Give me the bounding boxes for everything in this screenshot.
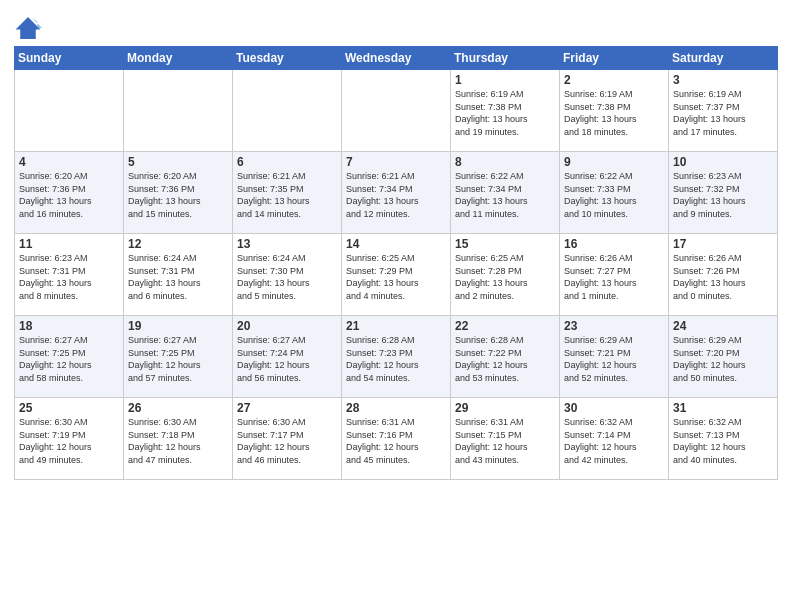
day-number: 11 <box>19 237 119 251</box>
calendar-header-row: SundayMondayTuesdayWednesdayThursdayFrid… <box>15 47 778 70</box>
day-info: Sunrise: 6:25 AM Sunset: 7:28 PM Dayligh… <box>455 252 555 302</box>
day-number: 1 <box>455 73 555 87</box>
header <box>14 10 778 42</box>
day-number: 5 <box>128 155 228 169</box>
day-info: Sunrise: 6:22 AM Sunset: 7:33 PM Dayligh… <box>564 170 664 220</box>
day-info: Sunrise: 6:21 AM Sunset: 7:34 PM Dayligh… <box>346 170 446 220</box>
calendar-cell: 2Sunrise: 6:19 AM Sunset: 7:38 PM Daylig… <box>560 70 669 152</box>
day-info: Sunrise: 6:24 AM Sunset: 7:30 PM Dayligh… <box>237 252 337 302</box>
day-number: 8 <box>455 155 555 169</box>
calendar-cell: 11Sunrise: 6:23 AM Sunset: 7:31 PM Dayli… <box>15 234 124 316</box>
calendar-week-row: 1Sunrise: 6:19 AM Sunset: 7:38 PM Daylig… <box>15 70 778 152</box>
calendar-cell: 5Sunrise: 6:20 AM Sunset: 7:36 PM Daylig… <box>124 152 233 234</box>
day-number: 15 <box>455 237 555 251</box>
day-info: Sunrise: 6:27 AM Sunset: 7:25 PM Dayligh… <box>19 334 119 384</box>
day-info: Sunrise: 6:23 AM Sunset: 7:32 PM Dayligh… <box>673 170 773 220</box>
day-info: Sunrise: 6:28 AM Sunset: 7:23 PM Dayligh… <box>346 334 446 384</box>
day-number: 2 <box>564 73 664 87</box>
calendar-cell: 31Sunrise: 6:32 AM Sunset: 7:13 PM Dayli… <box>669 398 778 480</box>
calendar-cell: 22Sunrise: 6:28 AM Sunset: 7:22 PM Dayli… <box>451 316 560 398</box>
day-info: Sunrise: 6:27 AM Sunset: 7:24 PM Dayligh… <box>237 334 337 384</box>
day-number: 26 <box>128 401 228 415</box>
calendar-cell: 27Sunrise: 6:30 AM Sunset: 7:17 PM Dayli… <box>233 398 342 480</box>
calendar-cell: 23Sunrise: 6:29 AM Sunset: 7:21 PM Dayli… <box>560 316 669 398</box>
weekday-header: Wednesday <box>342 47 451 70</box>
day-number: 21 <box>346 319 446 333</box>
day-number: 12 <box>128 237 228 251</box>
calendar-cell: 15Sunrise: 6:25 AM Sunset: 7:28 PM Dayli… <box>451 234 560 316</box>
calendar-cell: 25Sunrise: 6:30 AM Sunset: 7:19 PM Dayli… <box>15 398 124 480</box>
day-number: 16 <box>564 237 664 251</box>
day-number: 10 <box>673 155 773 169</box>
day-number: 24 <box>673 319 773 333</box>
calendar-cell: 13Sunrise: 6:24 AM Sunset: 7:30 PM Dayli… <box>233 234 342 316</box>
calendar-cell <box>124 70 233 152</box>
day-info: Sunrise: 6:29 AM Sunset: 7:20 PM Dayligh… <box>673 334 773 384</box>
calendar-cell: 4Sunrise: 6:20 AM Sunset: 7:36 PM Daylig… <box>15 152 124 234</box>
day-info: Sunrise: 6:20 AM Sunset: 7:36 PM Dayligh… <box>19 170 119 220</box>
weekday-header: Thursday <box>451 47 560 70</box>
day-info: Sunrise: 6:32 AM Sunset: 7:13 PM Dayligh… <box>673 416 773 466</box>
day-info: Sunrise: 6:19 AM Sunset: 7:38 PM Dayligh… <box>564 88 664 138</box>
weekday-header: Friday <box>560 47 669 70</box>
day-info: Sunrise: 6:22 AM Sunset: 7:34 PM Dayligh… <box>455 170 555 220</box>
calendar-cell: 9Sunrise: 6:22 AM Sunset: 7:33 PM Daylig… <box>560 152 669 234</box>
weekday-header: Monday <box>124 47 233 70</box>
day-info: Sunrise: 6:19 AM Sunset: 7:38 PM Dayligh… <box>455 88 555 138</box>
calendar-week-row: 4Sunrise: 6:20 AM Sunset: 7:36 PM Daylig… <box>15 152 778 234</box>
day-info: Sunrise: 6:27 AM Sunset: 7:25 PM Dayligh… <box>128 334 228 384</box>
calendar-cell: 3Sunrise: 6:19 AM Sunset: 7:37 PM Daylig… <box>669 70 778 152</box>
day-number: 25 <box>19 401 119 415</box>
weekday-header: Sunday <box>15 47 124 70</box>
calendar-cell <box>233 70 342 152</box>
calendar-table: SundayMondayTuesdayWednesdayThursdayFrid… <box>14 46 778 480</box>
day-info: Sunrise: 6:20 AM Sunset: 7:36 PM Dayligh… <box>128 170 228 220</box>
weekday-header: Saturday <box>669 47 778 70</box>
calendar-cell: 19Sunrise: 6:27 AM Sunset: 7:25 PM Dayli… <box>124 316 233 398</box>
day-info: Sunrise: 6:19 AM Sunset: 7:37 PM Dayligh… <box>673 88 773 138</box>
day-number: 7 <box>346 155 446 169</box>
day-number: 19 <box>128 319 228 333</box>
page: SundayMondayTuesdayWednesdayThursdayFrid… <box>0 0 792 612</box>
day-number: 22 <box>455 319 555 333</box>
day-number: 13 <box>237 237 337 251</box>
calendar-cell: 14Sunrise: 6:25 AM Sunset: 7:29 PM Dayli… <box>342 234 451 316</box>
day-number: 31 <box>673 401 773 415</box>
calendar-cell: 7Sunrise: 6:21 AM Sunset: 7:34 PM Daylig… <box>342 152 451 234</box>
calendar-cell: 6Sunrise: 6:21 AM Sunset: 7:35 PM Daylig… <box>233 152 342 234</box>
day-info: Sunrise: 6:30 AM Sunset: 7:19 PM Dayligh… <box>19 416 119 466</box>
calendar-cell: 17Sunrise: 6:26 AM Sunset: 7:26 PM Dayli… <box>669 234 778 316</box>
calendar-cell: 20Sunrise: 6:27 AM Sunset: 7:24 PM Dayli… <box>233 316 342 398</box>
calendar-cell <box>342 70 451 152</box>
day-number: 28 <box>346 401 446 415</box>
day-info: Sunrise: 6:30 AM Sunset: 7:18 PM Dayligh… <box>128 416 228 466</box>
day-info: Sunrise: 6:28 AM Sunset: 7:22 PM Dayligh… <box>455 334 555 384</box>
day-number: 20 <box>237 319 337 333</box>
day-number: 3 <box>673 73 773 87</box>
day-info: Sunrise: 6:31 AM Sunset: 7:15 PM Dayligh… <box>455 416 555 466</box>
day-info: Sunrise: 6:25 AM Sunset: 7:29 PM Dayligh… <box>346 252 446 302</box>
day-number: 30 <box>564 401 664 415</box>
day-number: 9 <box>564 155 664 169</box>
calendar-cell: 26Sunrise: 6:30 AM Sunset: 7:18 PM Dayli… <box>124 398 233 480</box>
day-info: Sunrise: 6:29 AM Sunset: 7:21 PM Dayligh… <box>564 334 664 384</box>
day-info: Sunrise: 6:32 AM Sunset: 7:14 PM Dayligh… <box>564 416 664 466</box>
day-number: 23 <box>564 319 664 333</box>
day-info: Sunrise: 6:24 AM Sunset: 7:31 PM Dayligh… <box>128 252 228 302</box>
day-info: Sunrise: 6:26 AM Sunset: 7:26 PM Dayligh… <box>673 252 773 302</box>
day-info: Sunrise: 6:26 AM Sunset: 7:27 PM Dayligh… <box>564 252 664 302</box>
calendar-cell: 24Sunrise: 6:29 AM Sunset: 7:20 PM Dayli… <box>669 316 778 398</box>
calendar-cell: 8Sunrise: 6:22 AM Sunset: 7:34 PM Daylig… <box>451 152 560 234</box>
calendar-cell: 29Sunrise: 6:31 AM Sunset: 7:15 PM Dayli… <box>451 398 560 480</box>
calendar-week-row: 18Sunrise: 6:27 AM Sunset: 7:25 PM Dayli… <box>15 316 778 398</box>
calendar-cell: 18Sunrise: 6:27 AM Sunset: 7:25 PM Dayli… <box>15 316 124 398</box>
day-number: 18 <box>19 319 119 333</box>
day-info: Sunrise: 6:30 AM Sunset: 7:17 PM Dayligh… <box>237 416 337 466</box>
calendar-week-row: 11Sunrise: 6:23 AM Sunset: 7:31 PM Dayli… <box>15 234 778 316</box>
calendar-cell: 28Sunrise: 6:31 AM Sunset: 7:16 PM Dayli… <box>342 398 451 480</box>
svg-marker-0 <box>16 17 41 39</box>
day-number: 29 <box>455 401 555 415</box>
calendar-week-row: 25Sunrise: 6:30 AM Sunset: 7:19 PM Dayli… <box>15 398 778 480</box>
day-info: Sunrise: 6:21 AM Sunset: 7:35 PM Dayligh… <box>237 170 337 220</box>
calendar-cell: 21Sunrise: 6:28 AM Sunset: 7:23 PM Dayli… <box>342 316 451 398</box>
